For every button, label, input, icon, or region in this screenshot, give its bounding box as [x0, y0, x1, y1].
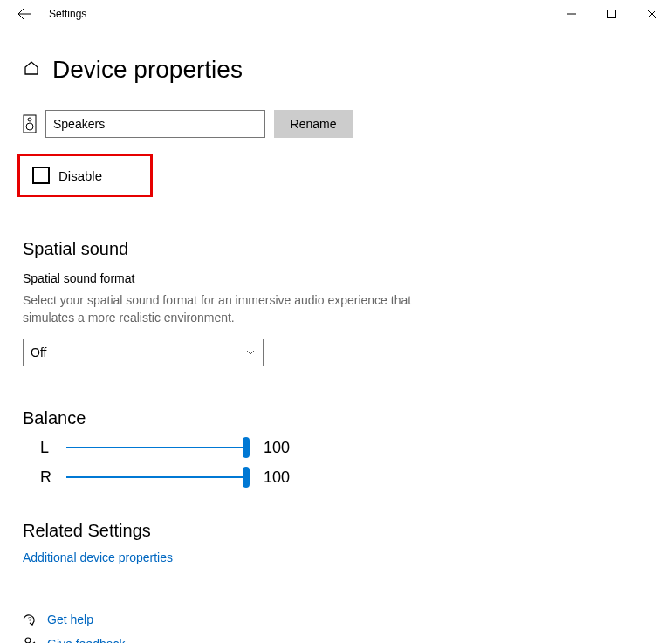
speaker-icon [23, 114, 37, 133]
svg-text:?: ? [28, 615, 32, 623]
maximize-button[interactable] [592, 0, 632, 28]
spatial-sound-description: Select your spatial sound format for an … [23, 292, 424, 326]
related-settings-heading: Related Settings [23, 521, 649, 541]
balance-right-label: R [40, 469, 52, 487]
svg-rect-0 [608, 10, 616, 18]
balance-left-value: 100 [264, 439, 290, 457]
minimize-button[interactable] [552, 0, 592, 28]
balance-right-slider[interactable] [66, 467, 250, 488]
spatial-sound-dropdown[interactable]: Off [23, 339, 264, 366]
give-feedback-link[interactable]: Give feedback [23, 637, 649, 643]
slider-thumb [243, 467, 250, 488]
balance-right-value: 100 [264, 469, 290, 487]
maximize-icon [607, 10, 616, 18]
close-icon [648, 10, 656, 18]
home-button[interactable] [23, 59, 40, 80]
window-title: Settings [49, 8, 86, 20]
disable-label: Disable [58, 168, 102, 183]
balance-left-slider[interactable] [66, 437, 250, 458]
arrow-left-icon [17, 7, 31, 21]
page-title: Device properties [52, 56, 243, 84]
minimize-icon [567, 10, 576, 18]
get-help-link[interactable]: ? Get help [23, 612, 649, 626]
chevron-down-icon [245, 347, 256, 358]
home-icon [23, 59, 40, 77]
help-icon: ? [23, 612, 37, 626]
svg-point-5 [25, 638, 31, 643]
back-button[interactable] [7, 0, 42, 28]
svg-point-3 [26, 123, 33, 130]
spatial-sound-heading: Spatial sound [23, 239, 649, 259]
svg-point-2 [28, 118, 31, 121]
balance-left-label: L [40, 439, 52, 457]
spatial-sound-format-label: Spatial sound format [23, 271, 649, 285]
balance-heading: Balance [23, 408, 649, 428]
disable-checkbox[interactable] [32, 167, 50, 184]
feedback-icon [23, 637, 37, 643]
spatial-sound-selected: Off [31, 345, 46, 359]
additional-device-properties-link[interactable]: Additional device properties [23, 551, 173, 564]
rename-button[interactable]: Rename [274, 110, 353, 138]
close-button[interactable] [632, 0, 672, 28]
disable-checkbox-highlight: Disable [17, 154, 153, 197]
device-name-input[interactable] [45, 110, 265, 138]
slider-thumb [243, 437, 250, 458]
